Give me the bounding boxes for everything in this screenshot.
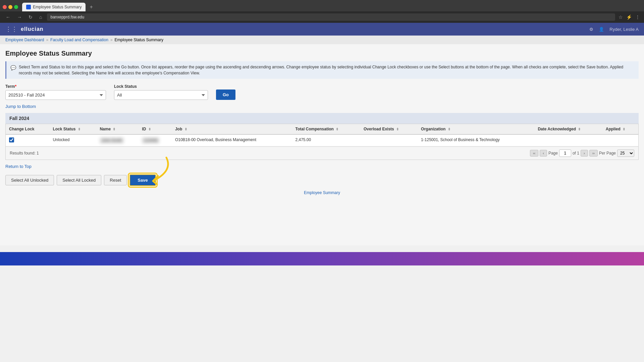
breadcrumb-current: Employee Status Summary bbox=[115, 38, 163, 42]
id-sort-icon: ⇕ bbox=[148, 127, 151, 131]
home-button[interactable]: ⌂ bbox=[38, 14, 44, 20]
cell-id: 123456 bbox=[139, 134, 172, 146]
tab-title: Employee Status Summary bbox=[33, 5, 82, 9]
col-id[interactable]: ID ⇕ bbox=[139, 124, 172, 134]
table-header-row: Change Lock Lock Status ⇕ Name ⇕ ID ⇕ bbox=[6, 124, 638, 134]
total-comp-sort-icon: ⇕ bbox=[336, 127, 338, 131]
info-box: 💬 Select Term and Status to list on this… bbox=[5, 61, 639, 79]
job-sort-icon: ⇕ bbox=[184, 127, 187, 131]
cell-applied bbox=[602, 134, 638, 146]
jump-to-bottom-link[interactable]: Jump to Bottom bbox=[5, 104, 36, 109]
data-table-container: Change Lock Lock Status ⇕ Name ⇕ ID ⇕ bbox=[5, 124, 639, 160]
col-change-lock: Change Lock bbox=[6, 124, 49, 134]
col-applied[interactable]: Applied ⇕ bbox=[602, 124, 638, 134]
employee-id-blurred: 123456 bbox=[142, 137, 159, 143]
return-to-top-link[interactable]: Return to Top bbox=[5, 164, 32, 169]
lock-status-group: Lock Status All Locked Unlocked bbox=[114, 84, 208, 100]
table-row: Unlocked John Smith 123456 O10B18-00 Ove… bbox=[6, 134, 638, 146]
date-ack-sort-icon: ⇕ bbox=[578, 127, 581, 131]
filter-form: Term* 202510 - Fall 2024 202410 - Fall 2… bbox=[5, 84, 639, 100]
reload-button[interactable]: ↻ bbox=[27, 14, 34, 20]
term-label: Term* bbox=[5, 84, 106, 89]
first-page-button[interactable]: ‹‹ bbox=[530, 150, 538, 157]
page-title: Employee Status Summary bbox=[5, 50, 639, 57]
last-page-button[interactable]: ›› bbox=[589, 150, 598, 157]
settings-icon[interactable]: ⚙ bbox=[589, 27, 593, 32]
lock-status-select[interactable]: All Locked Unlocked bbox=[114, 90, 208, 100]
extensions-icon[interactable]: ⚡ bbox=[626, 14, 632, 20]
tab-favicon bbox=[26, 5, 31, 9]
table-footer: Results found: 1 ‹‹ ‹ Page of 1 › ›› Per… bbox=[6, 146, 638, 160]
change-lock-checkbox[interactable] bbox=[9, 137, 14, 142]
col-job[interactable]: Job ⇕ bbox=[172, 124, 292, 134]
breadcrumb-sep-2: » bbox=[110, 38, 113, 42]
back-button[interactable]: ← bbox=[4, 14, 12, 20]
col-name[interactable]: Name ⇕ bbox=[96, 124, 139, 134]
section-header: Fall 2024 bbox=[5, 113, 639, 124]
cell-lock-status: Unlocked bbox=[49, 134, 96, 146]
user-icon[interactable]: 👤 bbox=[599, 27, 604, 32]
lock-status-sort-icon: ⇕ bbox=[78, 127, 80, 131]
breadcrumb: Employee Dashboard » Faculty Load and Co… bbox=[0, 36, 644, 44]
breadcrumb-sep-1: » bbox=[46, 38, 48, 42]
cell-name: John Smith bbox=[96, 134, 139, 146]
go-button[interactable]: Go bbox=[216, 89, 235, 100]
term-select[interactable]: 202510 - Fall 2024 202410 - Fall 2023 20… bbox=[5, 90, 106, 100]
select-all-unlocked-button[interactable]: Select All Unlocked bbox=[5, 175, 54, 185]
employee-name-blurred: John Smith bbox=[100, 137, 124, 143]
lock-status-label: Lock Status bbox=[114, 84, 208, 89]
breadcrumb-faculty-load[interactable]: Faculty Load and Compensation bbox=[50, 38, 108, 42]
select-all-locked-button[interactable]: Select All Locked bbox=[57, 175, 101, 185]
bookmark-icon[interactable]: ☆ bbox=[619, 14, 623, 20]
col-overload[interactable]: Overload Exists ⇕ bbox=[360, 124, 418, 134]
breadcrumb-employee-dashboard[interactable]: Employee Dashboard bbox=[5, 38, 44, 42]
cell-overload bbox=[360, 134, 418, 146]
term-required: * bbox=[15, 84, 16, 89]
cell-org: 1-125001, School of Business & Technolog… bbox=[418, 134, 534, 146]
employee-summary-link-container: Employee Summary bbox=[5, 190, 639, 195]
results-found: Results found: 1 bbox=[10, 151, 39, 156]
brand-name: ellucian bbox=[21, 26, 44, 32]
action-area: Select All Unlocked Select All Locked Re… bbox=[5, 174, 639, 186]
per-page-select[interactable]: 10 25 50 100 bbox=[617, 149, 634, 157]
reset-button[interactable]: Reset bbox=[104, 175, 127, 185]
cell-job: O10B18-00 Overload, Business Management bbox=[172, 134, 292, 146]
forward-button[interactable]: → bbox=[15, 14, 23, 20]
col-lock-status[interactable]: Lock Status ⇕ bbox=[49, 124, 96, 134]
maximize-dot[interactable] bbox=[14, 5, 18, 9]
minimize-dot[interactable] bbox=[8, 5, 12, 9]
save-button[interactable]: Save bbox=[129, 174, 156, 186]
close-dot[interactable] bbox=[3, 5, 7, 9]
info-icon: 💬 bbox=[10, 64, 16, 76]
grid-icon[interactable]: ⋮⋮ bbox=[5, 25, 17, 33]
cell-change-lock bbox=[6, 134, 49, 146]
user-name: Ryder, Leslie A bbox=[609, 27, 639, 32]
cell-total-comp: 2,475.00 bbox=[292, 134, 360, 146]
address-bar-input[interactable] bbox=[47, 13, 615, 21]
info-text: Select Term and Status to list on this p… bbox=[19, 64, 635, 76]
per-page-label: Per Page bbox=[599, 151, 616, 156]
page-of: of 1 bbox=[573, 151, 579, 156]
org-sort-icon: ⇕ bbox=[448, 127, 450, 131]
browser-tab[interactable]: Employee Status Summary bbox=[22, 3, 86, 11]
address-bar-icons: ☆ ⚡ ⋮ bbox=[619, 14, 640, 20]
next-page-button[interactable]: › bbox=[581, 150, 588, 157]
menu-icon[interactable]: ⋮ bbox=[635, 14, 640, 20]
employee-table: Change Lock Lock Status ⇕ Name ⇕ ID ⇕ bbox=[6, 124, 638, 146]
page-label: Page bbox=[548, 151, 558, 156]
page-number-input[interactable] bbox=[559, 149, 571, 157]
employee-summary-link[interactable]: Employee Summary bbox=[304, 190, 340, 195]
prev-page-button[interactable]: ‹ bbox=[540, 150, 547, 157]
pagination: ‹‹ ‹ Page of 1 › ›› Per Page 10 25 50 10… bbox=[530, 149, 634, 157]
term-group: Term* 202510 - Fall 2024 202410 - Fall 2… bbox=[5, 84, 106, 100]
col-date-ack[interactable]: Date Acknowledged ⇕ bbox=[534, 124, 602, 134]
col-org[interactable]: Organization ⇕ bbox=[418, 124, 534, 134]
new-tab-button[interactable]: + bbox=[87, 4, 95, 10]
col-total-comp[interactable]: Total Compensation ⇕ bbox=[292, 124, 360, 134]
applied-sort-icon: ⇕ bbox=[623, 127, 625, 131]
overload-sort-icon: ⇕ bbox=[396, 127, 399, 131]
name-sort-icon: ⇕ bbox=[113, 127, 115, 131]
cell-date-ack bbox=[534, 134, 602, 146]
page-footer bbox=[0, 252, 644, 265]
